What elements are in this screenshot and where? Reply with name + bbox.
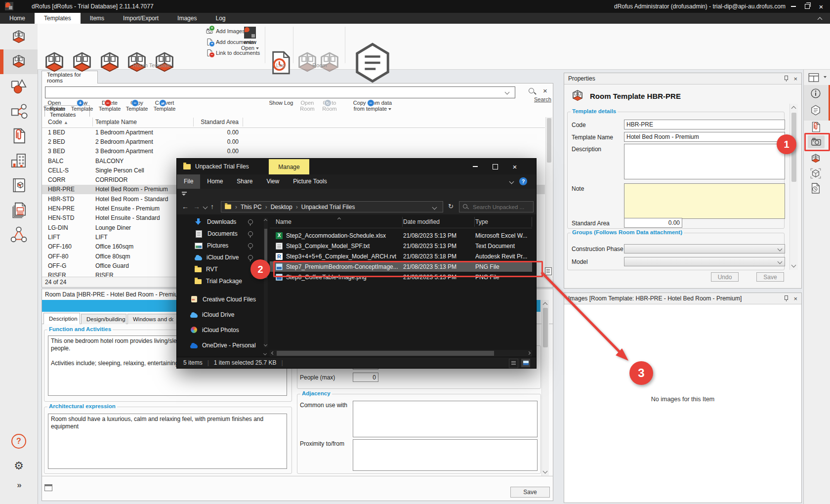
sidebar-module-button[interactable] xyxy=(0,148,38,173)
column-code[interactable]: Code ▲ xyxy=(42,119,92,126)
explorer-sidebar-item[interactable]: Creative Cloud Files xyxy=(177,292,264,307)
column-name[interactable]: Name xyxy=(270,218,403,225)
menu-tab[interactable]: Templates xyxy=(35,13,81,24)
table-row[interactable]: 2 BED 2 Bedroom Apartment 0.00 xyxy=(42,137,545,146)
sidebar-module-button[interactable] xyxy=(0,99,38,124)
people-max-input[interactable] xyxy=(353,373,378,382)
explorer-sidebar-item[interactable]: Downloads xyxy=(177,216,264,228)
room-data-panel-button[interactable] xyxy=(809,104,822,117)
rooms-panel-button[interactable] xyxy=(809,152,822,165)
search-icon[interactable] xyxy=(528,87,536,95)
column-template-name[interactable]: Template Name xyxy=(92,119,193,126)
room-data-save-button[interactable]: Save xyxy=(510,487,550,498)
explorer-tab-view[interactable]: View xyxy=(259,174,286,189)
tab-description[interactable]: Description xyxy=(43,313,80,324)
detach-window-icon[interactable] xyxy=(44,484,52,491)
forward-icon[interactable]: → xyxy=(193,203,200,210)
explorer-search-box[interactable] xyxy=(459,201,534,212)
breadcrumb-desktop[interactable]: Desktop xyxy=(271,204,292,210)
column-date-modified[interactable]: Date modified xyxy=(403,218,475,225)
column-type[interactable]: Type xyxy=(475,218,534,225)
thumbnail-view-button[interactable] xyxy=(521,359,530,367)
sidebar-module-button[interactable] xyxy=(0,173,38,198)
proximity-textarea[interactable] xyxy=(353,439,538,471)
up-icon[interactable]: ↑ xyxy=(210,203,214,210)
explorer-tab-file[interactable]: File xyxy=(177,174,200,189)
properties-save-button[interactable]: Save xyxy=(756,272,784,282)
breadcrumb-this-pc[interactable]: This PC xyxy=(241,204,262,210)
file-row[interactable]: Step3+4+5+6_Complex_Model_ARCH.rvt 21/08… xyxy=(270,251,532,261)
settings-gear-icon[interactable]: ⚙ xyxy=(0,460,38,472)
layout-selector-button[interactable] xyxy=(807,71,821,84)
standard-area-input[interactable] xyxy=(624,218,682,228)
open-template-button[interactable]: Open Template xyxy=(40,26,69,112)
new-template-button[interactable]: New Template xyxy=(68,26,96,112)
column-standard-area[interactable]: Standard Area xyxy=(193,119,243,126)
sidebar-module-button[interactable] xyxy=(0,222,38,247)
sidebar-module-button[interactable] xyxy=(0,198,38,222)
recent-locations-icon[interactable] xyxy=(203,205,208,210)
explorer-close-button[interactable]: × xyxy=(505,159,525,174)
minimize-button[interactable] xyxy=(787,1,800,12)
log-panel-button[interactable] xyxy=(809,182,822,195)
help-button[interactable]: ? xyxy=(11,434,26,449)
table-row[interactable]: 1 BED 1 Bedroom Apartment 0.00 xyxy=(42,127,545,137)
explorer-sidebar-item[interactable]: Documents xyxy=(177,228,264,240)
menu-tab[interactable]: Home xyxy=(0,13,35,24)
file-row[interactable]: Step3_Complex_Model_SPF.txt 21/08/2023 5… xyxy=(270,241,532,251)
sidebar-scroll-down-icon[interactable] xyxy=(263,352,267,355)
pin-icon[interactable] xyxy=(783,75,789,82)
search-link[interactable]: Search xyxy=(534,96,551,102)
table-scrollbar[interactable] xyxy=(545,117,552,277)
explorer-maximize-button[interactable] xyxy=(485,159,505,174)
sidebar-scrollbar[interactable] xyxy=(264,218,268,347)
menu-tab[interactable]: Log xyxy=(206,13,235,24)
tab-design-building[interactable]: Design/building xyxy=(81,314,126,324)
explorer-minimize-button[interactable] xyxy=(465,159,485,174)
quick-access-toolbar-icon[interactable] xyxy=(182,192,187,193)
close-panel-icon[interactable]: × xyxy=(793,76,797,82)
refresh-icon[interactable]: ↻ xyxy=(448,203,454,210)
menu-tab[interactable]: Items xyxy=(81,13,114,24)
sidebar-module-button[interactable] xyxy=(0,49,38,74)
delete-template-button[interactable]: Delete Template xyxy=(95,26,124,112)
room-data-scrollbar[interactable] xyxy=(541,300,549,476)
explorer-sidebar-item[interactable]: Pictures xyxy=(177,240,264,252)
tab-windows-doors[interactable]: Windows and doo xyxy=(127,314,179,324)
convert-template-button[interactable]: Convert Template xyxy=(150,26,179,112)
file-row[interactable]: Step2_Accommodation-Schedule.xlsx 21/08/… xyxy=(270,230,532,241)
menu-tab[interactable]: Import/Export xyxy=(114,13,168,24)
explorer-sidebar-item[interactable]: iCloud Drive xyxy=(177,252,264,263)
explorer-sidebar-item[interactable]: iCloud Photos xyxy=(177,322,264,337)
explorer-tab-picture-tools[interactable]: Picture Tools xyxy=(286,174,333,189)
clear-search-icon[interactable]: × xyxy=(543,86,547,95)
explorer-sidebar-item[interactable]: OneDrive - Personal xyxy=(177,337,264,349)
model-dropdown[interactable] xyxy=(624,257,785,266)
expand-ribbon-icon[interactable] xyxy=(509,179,514,184)
copy-template-button[interactable]: Copy Template xyxy=(123,26,151,112)
explorer-search-input[interactable] xyxy=(472,204,528,210)
breadcrumb-current[interactable]: Unpacked Trial Files xyxy=(301,204,355,210)
explorer-sidebar-item[interactable]: Trial Package xyxy=(177,275,264,287)
undo-button[interactable]: Undo xyxy=(711,272,739,282)
address-dropdown-icon[interactable] xyxy=(432,205,437,210)
table-row[interactable]: 3 BED 3 Bedroom Apartment 0.00 xyxy=(42,147,545,156)
note-textarea[interactable] xyxy=(624,183,785,219)
explorer-tab-home[interactable]: Home xyxy=(200,174,230,189)
back-icon[interactable]: ← xyxy=(182,203,189,210)
close-button[interactable]: × xyxy=(814,1,828,12)
copy-room-data-button[interactable]: Copy room data from template xyxy=(348,26,397,112)
common-use-textarea[interactable] xyxy=(353,401,538,437)
sidebar-module-button[interactable] xyxy=(0,25,38,49)
properties-scrollbar[interactable] xyxy=(789,104,798,270)
info-panel-button[interactable] xyxy=(809,87,822,100)
pin-icon[interactable] xyxy=(783,295,789,302)
restore-button[interactable] xyxy=(800,1,814,12)
breadcrumb-bar[interactable]: › This PC › Desktop › Unpacked Trial Fil… xyxy=(221,201,443,212)
construction-phase-dropdown[interactable] xyxy=(624,244,785,253)
bim-panel-button[interactable] xyxy=(809,167,822,180)
expand-sidebar-icon[interactable]: » xyxy=(0,480,38,490)
explorer-tab-share[interactable]: Share xyxy=(230,174,259,189)
template-name-input[interactable] xyxy=(624,132,785,142)
architectural-expression-textarea[interactable]: Room should have a luxurious, calm and r… xyxy=(48,414,287,469)
